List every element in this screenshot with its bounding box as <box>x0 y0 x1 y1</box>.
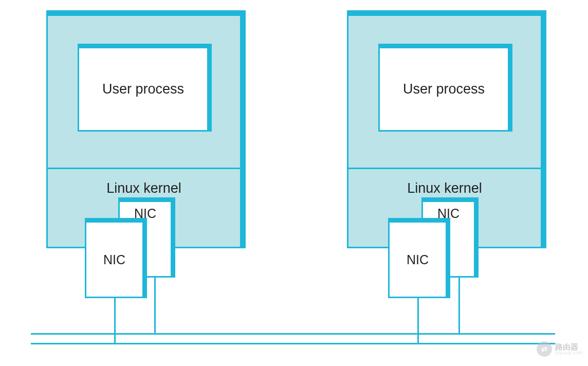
bus-line-lower <box>31 343 555 344</box>
bus-line-upper <box>31 333 555 335</box>
nic-front-left: NIC <box>85 221 144 298</box>
kernel-label: Linux kernel <box>348 180 541 196</box>
watermark: ⇄ 路由器 luyouqi.com <box>537 341 583 357</box>
kernel-divider <box>348 168 541 169</box>
router-icon: ⇄ <box>537 341 552 357</box>
drop-line <box>417 298 419 343</box>
nic-front-right: NIC <box>388 221 447 298</box>
user-process-label: User process <box>102 81 184 97</box>
watermark-text: 路由器 luyouqi.com <box>555 343 583 355</box>
drop-line <box>154 278 156 333</box>
user-process-label: User process <box>403 81 485 97</box>
nic-label: NIC <box>103 252 125 267</box>
router-icon-glyph: ⇄ <box>541 345 547 353</box>
nic-label: NIC <box>423 206 474 221</box>
user-process-box: User process <box>378 47 509 132</box>
watermark-sub: luyouqi.com <box>555 351 583 355</box>
drop-line <box>458 278 460 333</box>
drop-line <box>114 298 116 343</box>
kernel-divider <box>48 168 240 169</box>
nic-label: NIC <box>120 206 171 221</box>
user-process-box: User process <box>78 47 209 132</box>
nic-label: NIC <box>407 252 429 267</box>
kernel-label: Linux kernel <box>48 180 240 196</box>
watermark-title: 路由器 <box>555 343 583 351</box>
